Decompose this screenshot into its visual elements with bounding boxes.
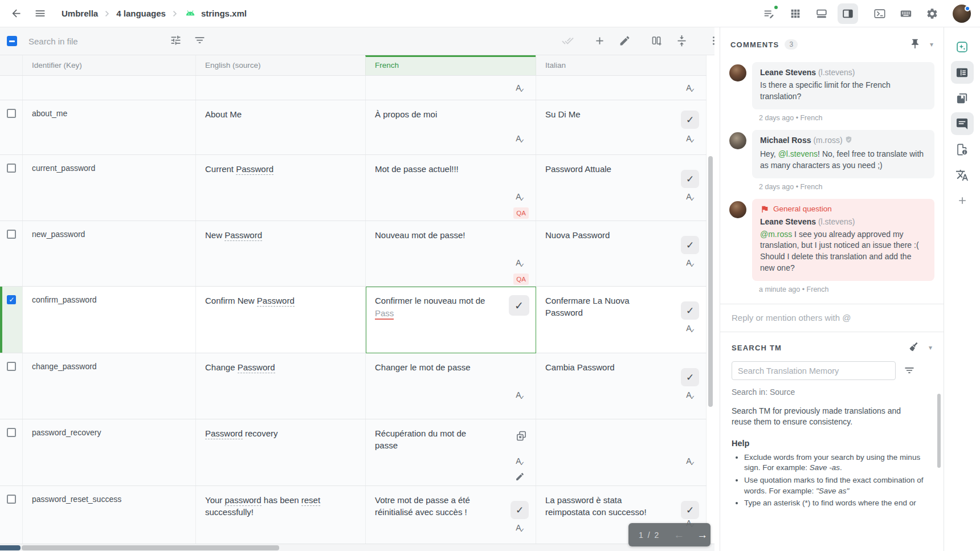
approve-button[interactable]: ✓ <box>681 301 699 320</box>
italian-cell[interactable]: Confermare La Nuova Password ✓ A✓ <box>536 287 707 353</box>
key-cell[interactable]: current_password <box>23 155 195 221</box>
collapse-rows-icon[interactable] <box>676 35 689 48</box>
italian-cell[interactable]: Nuova Password ✓ A✓ <box>536 221 707 286</box>
edit-translation-icon[interactable] <box>515 472 529 485</box>
approve-button[interactable]: ✓ <box>681 501 699 519</box>
hamburger-menu-icon[interactable] <box>33 7 47 21</box>
keyboard-shortcuts-icon[interactable] <box>896 3 916 24</box>
table-row-selected[interactable]: confirm_password Confirm New Password Co… <box>0 287 707 353</box>
english-cell[interactable]: Password recovery <box>195 419 365 485</box>
key-cell[interactable]: about_me <box>23 100 195 154</box>
chevron-down-icon[interactable]: ▾ <box>930 40 933 48</box>
english-cell[interactable]: Change Password <box>195 353 365 419</box>
breadcrumb-file[interactable]: strings.xml <box>201 9 247 18</box>
english-cell[interactable]: Current Password <box>195 155 365 221</box>
editor-card-icon[interactable] <box>951 61 974 84</box>
approve-button[interactable]: ✓ <box>511 501 529 519</box>
french-cell[interactable]: Nouveau mot de passe! A✓ QA <box>365 221 536 286</box>
key-cell[interactable]: new_password <box>23 221 195 286</box>
approve-button[interactable]: ✓ <box>681 236 699 254</box>
english-cell[interactable]: New Password <box>195 221 365 286</box>
approve-button[interactable]: ✓ <box>681 368 699 386</box>
tm-search-input[interactable] <box>732 361 896 380</box>
row-checkbox[interactable] <box>7 428 16 437</box>
key-cell[interactable]: confirm_password <box>23 287 195 353</box>
table-row[interactable]: change_password Change Password Changer … <box>0 353 707 419</box>
key-cell[interactable]: password_recovery <box>23 419 195 485</box>
italian-cell[interactable]: Su Di Me ✓ A✓ <box>536 100 707 154</box>
tm-filter-icon[interactable] <box>904 365 916 377</box>
reply-input[interactable] <box>732 313 932 323</box>
panel-scrollbar[interactable] <box>937 394 941 468</box>
pin-icon[interactable] <box>909 38 922 51</box>
chevron-down-icon[interactable]: ▾ <box>929 344 932 352</box>
glossary-icon[interactable] <box>951 87 974 109</box>
bottom-panel-icon[interactable] <box>811 3 832 24</box>
right-panel-icon[interactable] <box>838 3 858 24</box>
approve-button[interactable]: ✓ <box>681 111 699 129</box>
table-row[interactable]: password_recovery Password recovery Récu… <box>0 419 707 486</box>
key-cell[interactable]: change_password <box>23 353 195 419</box>
italian-cell[interactable]: Cambia Password ✓ A✓ <box>536 353 707 419</box>
header-italian[interactable]: Italian <box>536 55 707 75</box>
table-row[interactable]: current_password Current Password Mot de… <box>0 155 707 221</box>
table-row[interactable]: new_password New Password Nouveau mot de… <box>0 221 707 287</box>
italian-cell[interactable]: Password Attuale ✓ A✓ <box>536 155 707 221</box>
italian-cell-empty[interactable]: A✓ <box>536 419 707 485</box>
english-cell[interactable]: Your password has been reset successfull… <box>195 486 365 551</box>
terminal-icon[interactable] <box>869 3 890 24</box>
comment-author[interactable]: Leane Stevens <box>760 217 816 226</box>
horizontal-scrollbar-track[interactable] <box>0 544 714 551</box>
breadcrumb-project[interactable]: Umbrella <box>62 9 98 18</box>
row-checkbox[interactable] <box>7 295 16 304</box>
context-document-icon[interactable] <box>951 138 974 161</box>
filter-settings-icon[interactable] <box>170 34 183 48</box>
comment-author[interactable]: Leane Stevens <box>760 68 816 77</box>
french-cell-editing[interactable]: Confirmer le nouveau mot de Pass ✓ <box>365 287 536 353</box>
row-checkbox[interactable] <box>7 109 16 118</box>
user-avatar[interactable] <box>953 5 971 23</box>
french-cell[interactable]: Votre mot de passe a été réinitialisé av… <box>365 486 536 551</box>
french-cell[interactable]: Changer le mot de passe A✓ <box>365 353 536 419</box>
search-input[interactable] <box>28 36 160 46</box>
qa-issue-badge[interactable]: QA <box>513 207 529 219</box>
header-english[interactable]: English (source) <box>195 55 365 75</box>
table-row[interactable]: password_reset_success Your password has… <box>0 486 707 551</box>
vertical-scrollbar[interactable] <box>708 156 713 407</box>
grid-view-icon[interactable] <box>785 3 806 24</box>
tm-search-scope[interactable]: Search in: Source <box>732 387 932 397</box>
settings-gear-icon[interactable] <box>922 3 942 24</box>
french-cell[interactable]: À propos de moi A✓ <box>365 100 536 154</box>
row-checkbox[interactable] <box>7 230 16 239</box>
french-cell[interactable]: Récupération du mot de passe A✓ <box>365 419 536 485</box>
comment-author[interactable]: Michael Ross <box>760 136 811 145</box>
translation-editor[interactable]: Confirmer le nouveau mot de Pass ✓ <box>366 287 536 353</box>
table-row[interactable]: about_me About Me À propos de moi A✓ Su … <box>0 100 707 155</box>
add-column-icon[interactable] <box>651 35 664 48</box>
approve-button[interactable]: ✓ <box>681 170 699 188</box>
tasks-icon[interactable] <box>759 3 779 24</box>
add-panel-icon[interactable] <box>951 189 974 212</box>
select-all-checkbox[interactable] <box>7 36 17 46</box>
row-checkbox[interactable] <box>7 362 16 371</box>
comments-panel-icon[interactable] <box>951 112 974 135</box>
more-options-icon[interactable] <box>708 35 714 48</box>
ai-assistant-icon[interactable] <box>951 35 974 58</box>
row-checkbox[interactable] <box>7 164 16 173</box>
english-cell[interactable]: Confirm New Password <box>195 287 365 353</box>
tm-clean-icon[interactable] <box>908 341 921 354</box>
add-key-icon[interactable] <box>594 35 607 48</box>
table-row[interactable]: A✓ A✓ <box>0 76 707 100</box>
header-french[interactable]: French <box>365 55 536 75</box>
key-cell[interactable]: password_reset_success <box>23 486 195 551</box>
header-identifier[interactable]: Identifier (Key) <box>23 55 195 75</box>
back-icon[interactable] <box>9 7 23 21</box>
copy-from-source-icon[interactable] <box>515 430 529 443</box>
qa-issue-badge[interactable]: QA <box>513 274 529 285</box>
french-cell[interactable]: Mot de passe actuel!!! A✓ QA <box>365 155 536 221</box>
edit-icon[interactable] <box>619 35 632 48</box>
filter-icon[interactable] <box>194 34 207 48</box>
approve-button[interactable]: ✓ <box>509 295 529 316</box>
breadcrumb-languages[interactable]: 4 languages <box>116 9 166 18</box>
next-page-icon[interactable]: → <box>697 529 708 541</box>
